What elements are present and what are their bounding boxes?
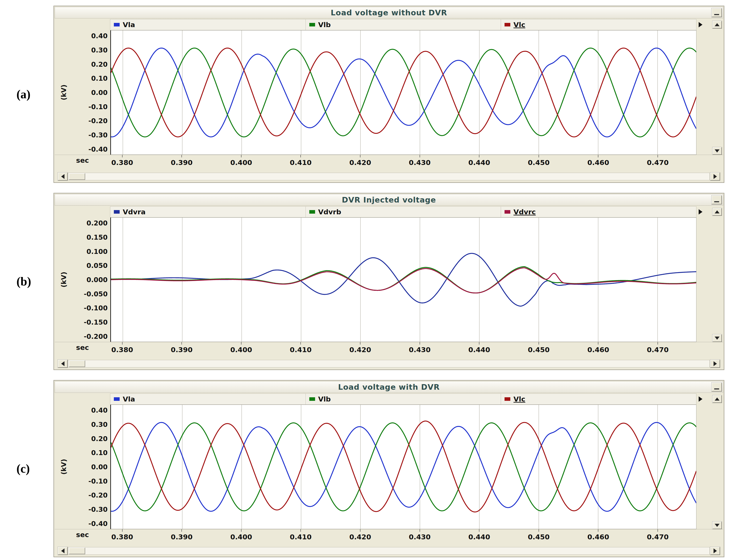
y-tick-label: 0.150: [86, 233, 108, 241]
scroll-right-button[interactable]: [710, 547, 720, 555]
x-tick-label: 0.420: [349, 159, 371, 167]
scroll-down-button[interactable]: [712, 147, 722, 155]
y-tick-label: 0.100: [86, 247, 108, 255]
horizontal-scrollbar: [58, 359, 720, 368]
minimize-button[interactable]: [712, 383, 722, 391]
x-tick-label: 0.450: [528, 533, 550, 541]
series-color-swatch-icon: [505, 23, 510, 26]
legend-item-vlb[interactable]: Vlb: [306, 19, 501, 30]
x-tick-mark: [539, 529, 539, 532]
titlebar: Load voltage with DVR: [55, 381, 723, 393]
x-tick-mark: [598, 529, 598, 532]
legend-item-vla[interactable]: Vla: [110, 393, 306, 405]
scrollbar-track[interactable]: [68, 360, 710, 367]
scrollbar-thumb[interactable]: [69, 548, 85, 554]
x-axis-tick-labels: 0.3800.3900.4000.4100.4200.4300.4400.450…: [110, 342, 696, 358]
scroll-left-button[interactable]: [58, 173, 68, 181]
y-tick-label: 0.20: [91, 60, 108, 68]
left-arrow-icon: [61, 548, 64, 553]
series-color-swatch-icon: [309, 23, 315, 26]
x-tick-mark: [241, 342, 241, 345]
legend-item-vdvrc[interactable]: Vdvrc: [501, 206, 696, 217]
y-tick-label: 0.30: [91, 421, 108, 428]
scroll-right-button[interactable]: [710, 360, 720, 368]
x-tick-mark: [241, 529, 241, 532]
scrollbar-thumb[interactable]: [69, 173, 85, 180]
legend-item-vdvrb[interactable]: Vdvrb: [306, 206, 501, 217]
x-tick-mark: [658, 342, 658, 345]
series-color-swatch-icon: [505, 210, 510, 214]
x-tick-label: 0.420: [349, 346, 371, 354]
x-axis-unit: sec: [55, 155, 110, 171]
scrollbar-thumb[interactable]: [69, 360, 85, 367]
x-tick-mark: [420, 529, 420, 532]
x-tick-mark: [181, 155, 182, 157]
legend-item-vla[interactable]: Vla: [110, 19, 306, 30]
legend-row: Vla Vlb Vlc: [55, 393, 723, 405]
plot-row: (kV) 0.2000.1500.1000.0500.000-0.050-0.1…: [55, 217, 723, 342]
legend-spacer: [55, 19, 110, 30]
scrollbar-track[interactable]: [68, 547, 710, 555]
x-tick-label: 0.390: [171, 346, 193, 354]
legend-item-vlc[interactable]: Vlc: [501, 393, 696, 405]
y-tick-label: -0.30: [88, 505, 108, 513]
minimize-button[interactable]: [712, 8, 722, 17]
panel-c: (c) Load voltage with DVR Vla Vlb Vlc: [8, 380, 724, 557]
legend-spacer: [55, 393, 110, 405]
legend-label: Vdvra: [123, 208, 146, 216]
next-page-arrow-icon[interactable]: [699, 396, 702, 402]
plot-area[interactable]: [110, 217, 696, 342]
legend-item-vlb[interactable]: Vlb: [306, 393, 501, 405]
x-tick-mark: [539, 342, 539, 345]
x-tick-label: 0.400: [230, 533, 252, 541]
minimize-icon: [714, 14, 719, 15]
scroll-up-button[interactable]: [712, 208, 722, 216]
x-tick-mark: [300, 529, 301, 532]
scroll-up-button[interactable]: [712, 395, 722, 403]
waveform-chart: [111, 218, 696, 342]
x-tick-mark: [122, 529, 123, 532]
x-tick-label: 0.390: [171, 533, 193, 541]
x-tick-label: 0.430: [409, 533, 431, 541]
x-tick-label: 0.410: [290, 533, 312, 541]
y-tick-label: -0.050: [84, 290, 108, 298]
scroll-up-button[interactable]: [712, 21, 722, 28]
figure: (a) Load voltage without DVR Vla Vlb Vlc: [8, 6, 724, 557]
x-axis-row: sec 0.3800.3900.4000.4100.4200.4300.4400…: [55, 155, 723, 171]
x-axis-unit: sec: [55, 529, 110, 545]
minimize-button[interactable]: [712, 195, 722, 204]
legend-label: Vla: [123, 21, 135, 29]
legend-item-vlc[interactable]: Vlc: [501, 19, 696, 30]
horizontal-scrollbar: [58, 546, 720, 555]
scrollbar-track[interactable]: [68, 173, 710, 180]
panel-label-b: (b): [8, 193, 54, 370]
scroll-down-button[interactable]: [712, 522, 722, 529]
y-tick-label: 0.200: [86, 219, 108, 227]
x-axis-row: sec 0.3800.3900.4000.4100.4200.4300.4400…: [55, 529, 723, 545]
x-tick-label: 0.460: [587, 159, 609, 167]
x-tick-label: 0.450: [528, 159, 550, 167]
plot-area[interactable]: [110, 30, 696, 155]
x-axis-row: sec 0.3800.3900.4000.4100.4200.4300.4400…: [55, 342, 723, 358]
scroll-down-button[interactable]: [712, 334, 722, 342]
scroll-right-button[interactable]: [710, 173, 720, 181]
plot-area[interactable]: [110, 405, 696, 529]
waveform-vdvrb: [111, 267, 696, 293]
y-tick-label: -0.150: [84, 318, 108, 326]
legend-item-vdvra[interactable]: Vdvra: [110, 206, 306, 217]
y-tick-label: -0.30: [88, 131, 108, 139]
next-page-arrow-icon[interactable]: [699, 209, 702, 215]
x-tick-mark: [479, 529, 479, 532]
scroll-left-button[interactable]: [58, 360, 68, 368]
legend-label: Vlc: [513, 21, 525, 29]
right-arrow-icon: [714, 548, 717, 553]
y-tick-label: 0.40: [91, 32, 108, 40]
waveform-vdvrc: [111, 268, 696, 293]
down-arrow-icon: [715, 149, 720, 153]
plot-right-column: [696, 30, 723, 155]
panel-b: (b) DVR Injected voltage Vdvra Vdvrb Vdv: [8, 193, 724, 370]
scroll-left-button[interactable]: [58, 547, 68, 555]
next-page-arrow-icon[interactable]: [699, 22, 702, 27]
y-tick-label: 0.20: [91, 435, 108, 442]
legend-label: Vlb: [318, 21, 331, 29]
